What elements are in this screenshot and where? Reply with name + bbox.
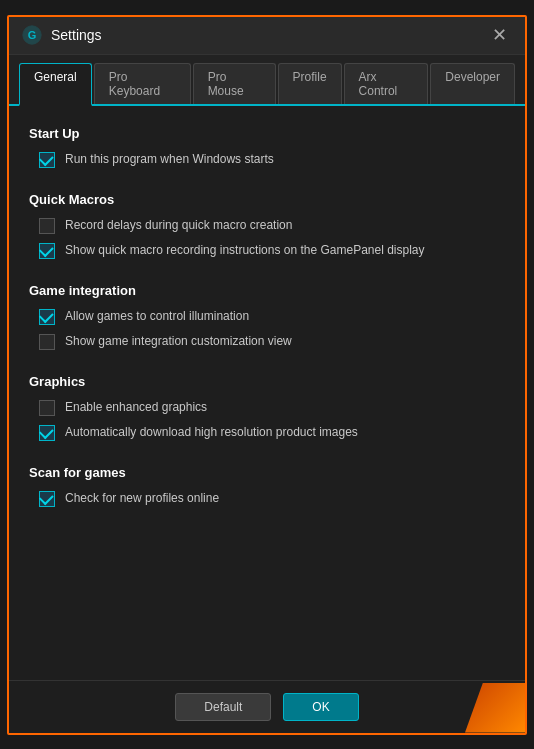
scan-for-games-section: Scan for games Check for new profiles on… [29,465,505,507]
graphics-section: Graphics Enable enhanced graphics Automa… [29,374,505,441]
startup-title: Start Up [29,126,505,141]
record-delays-checkbox[interactable] [39,218,55,234]
startup-section: Start Up Run this program when Windows s… [29,126,505,168]
graphics-title: Graphics [29,374,505,389]
ok-button[interactable]: OK [283,693,358,721]
decorative-shape [465,683,525,733]
enhanced-graphics-checkbox[interactable] [39,400,55,416]
settings-content: Start Up Run this program when Windows s… [9,106,525,680]
footer: Default OK [9,680,525,733]
show-instructions-item[interactable]: Show quick macro recording instructions … [29,242,505,259]
quick-macros-title: Quick Macros [29,192,505,207]
allow-illumination-item[interactable]: Allow games to control illumination [29,308,505,325]
check-profiles-checkbox[interactable] [39,491,55,507]
check-profiles-item[interactable]: Check for new profiles online [29,490,505,507]
tab-profile[interactable]: Profile [278,63,342,104]
record-delays-item[interactable]: Record delays during quick macro creatio… [29,217,505,234]
window-title: Settings [51,27,486,43]
tab-developer[interactable]: Developer [430,63,515,104]
tab-bar: General Pro Keyboard Pro Mouse Profile A… [9,55,525,106]
enhanced-graphics-item[interactable]: Enable enhanced graphics [29,399,505,416]
close-button[interactable]: ✕ [486,22,513,48]
quick-macros-section: Quick Macros Record delays during quick … [29,192,505,259]
show-instructions-label: Show quick macro recording instructions … [65,242,425,259]
tab-arx-control[interactable]: Arx Control [344,63,429,104]
auto-download-label: Automatically download high resolution p… [65,424,358,441]
allow-illumination-checkbox[interactable] [39,309,55,325]
settings-window: G Settings ✕ General Pro Keyboard Pro Mo… [7,15,527,735]
auto-download-item[interactable]: Automatically download high resolution p… [29,424,505,441]
scan-for-games-title: Scan for games [29,465,505,480]
show-customization-label: Show game integration customization view [65,333,292,350]
game-integration-section: Game integration Allow games to control … [29,283,505,350]
auto-download-checkbox[interactable] [39,425,55,441]
titlebar: G Settings ✕ [9,17,525,55]
tab-pro-keyboard[interactable]: Pro Keyboard [94,63,191,104]
record-delays-label: Record delays during quick macro creatio… [65,217,292,234]
show-customization-item[interactable]: Show game integration customization view [29,333,505,350]
tab-general[interactable]: General [19,63,92,106]
default-button[interactable]: Default [175,693,271,721]
allow-illumination-label: Allow games to control illumination [65,308,249,325]
game-integration-title: Game integration [29,283,505,298]
enhanced-graphics-label: Enable enhanced graphics [65,399,207,416]
run-on-startup-item[interactable]: Run this program when Windows starts [29,151,505,168]
logitech-logo-icon: G [21,24,43,46]
show-customization-checkbox[interactable] [39,334,55,350]
run-on-startup-label: Run this program when Windows starts [65,151,274,168]
show-instructions-checkbox[interactable] [39,243,55,259]
run-on-startup-checkbox[interactable] [39,152,55,168]
tab-pro-mouse[interactable]: Pro Mouse [193,63,276,104]
check-profiles-label: Check for new profiles online [65,490,219,507]
decorative-gradient [465,683,525,733]
svg-text:G: G [28,29,37,41]
